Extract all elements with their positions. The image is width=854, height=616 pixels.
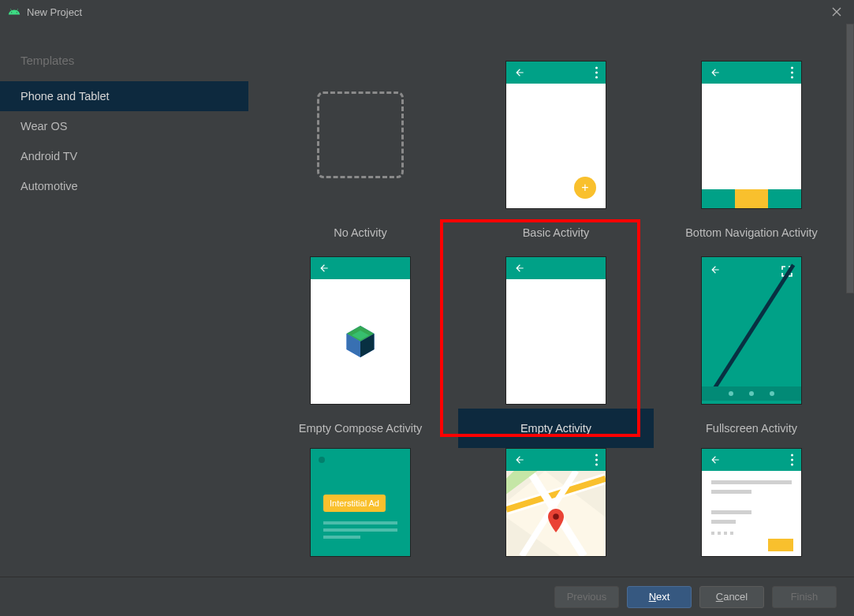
- dialog-body: Templates Phone and Tablet Wear OS Andro…: [0, 24, 854, 577]
- template-interstitial-ad[interactable]: Interstitial Ad: [263, 448, 458, 557]
- sidebar-item-label: Automotive: [21, 180, 78, 192]
- bottom-nav-bar: [702, 189, 801, 208]
- diagonal-line: [702, 257, 801, 404]
- template-scrolling-activity[interactable]: [654, 448, 846, 557]
- template-label: No Activity: [334, 226, 387, 239]
- template-label: Empty Compose Activity: [299, 422, 422, 435]
- jetpack-compose-icon: [341, 322, 380, 361]
- template-thumbnail: +: [458, 57, 654, 213]
- sidebar-item-label: Phone and Tablet: [21, 90, 110, 103]
- sidebar-item-wear-os[interactable]: Wear OS: [0, 111, 248, 141]
- template-thumbnail: [263, 57, 458, 213]
- back-arrow-icon: [514, 263, 525, 274]
- template-empty-activity[interactable]: Empty Activity: [458, 252, 654, 448]
- sidebar-item-android-tv[interactable]: Android TV: [0, 141, 248, 171]
- close-icon: [832, 7, 841, 17]
- back-arrow-icon: [319, 263, 330, 274]
- template-scroll-area[interactable]: No Activity +: [248, 24, 846, 577]
- template-empty-compose[interactable]: Empty Compose Activity: [263, 252, 458, 448]
- template-thumbnail: [458, 252, 654, 409]
- template-label: Fullscreen Activity: [706, 422, 797, 435]
- overflow-menu-icon: [791, 67, 793, 79]
- template-label: Basic Activity: [523, 226, 590, 239]
- map-preview: [506, 471, 606, 556]
- overflow-menu-icon: [791, 454, 793, 466]
- empty-box-icon: [317, 91, 404, 178]
- sidebar-item-automotive[interactable]: Automotive: [0, 171, 248, 201]
- template-gallery: No Activity +: [248, 24, 854, 577]
- new-project-dialog: New Project Templates Phone and Tablet W…: [0, 0, 854, 616]
- window-title: New Project: [27, 6, 827, 18]
- back-arrow-icon: [710, 454, 721, 465]
- template-fullscreen-activity[interactable]: Fullscreen Activity: [654, 252, 846, 448]
- template-thumbnail: Interstitial Ad: [263, 448, 458, 557]
- titlebar: New Project: [0, 0, 854, 24]
- map-pin-icon: [547, 509, 565, 532]
- template-thumbnail: [654, 252, 846, 409]
- template-thumbnail: [458, 448, 654, 557]
- overflow-menu-icon: [595, 67, 598, 79]
- vertical-scrollbar[interactable]: [846, 24, 854, 293]
- template-basic-activity[interactable]: + Basic Activity: [458, 57, 654, 252]
- ad-chip: Interstitial Ad: [323, 495, 386, 512]
- template-no-activity[interactable]: No Activity: [263, 57, 458, 252]
- close-button[interactable]: [827, 2, 846, 21]
- cancel-button[interactable]: Cancel: [699, 586, 764, 608]
- template-google-maps[interactable]: [458, 448, 654, 557]
- dialog-footer: Previous Next Cancel Finish: [0, 577, 854, 616]
- back-arrow-icon: [710, 67, 721, 78]
- fab-icon: +: [574, 177, 596, 199]
- sidebar-item-label: Wear OS: [21, 120, 67, 133]
- svg-point-9: [553, 513, 559, 520]
- sidebar-item-label: Android TV: [21, 150, 77, 162]
- template-grid: No Activity +: [248, 24, 846, 557]
- back-arrow-icon: [514, 454, 525, 465]
- template-bottom-navigation[interactable]: Bottom Navigation Activity: [654, 57, 846, 252]
- overflow-menu-icon: [595, 454, 598, 466]
- sidebar: Templates Phone and Tablet Wear OS Andro…: [0, 24, 248, 577]
- svg-line-5: [710, 265, 793, 396]
- sidebar-item-phone-tablet[interactable]: Phone and Tablet: [0, 81, 248, 111]
- previous-button[interactable]: Previous: [554, 586, 619, 608]
- android-icon: [8, 6, 21, 18]
- next-button[interactable]: Next: [627, 586, 692, 608]
- finish-button[interactable]: Finish: [772, 586, 837, 608]
- template-label: Empty Activity: [520, 422, 591, 435]
- back-arrow-icon: [514, 67, 525, 78]
- sidebar-header: Templates: [0, 47, 248, 81]
- template-thumbnail: [654, 448, 846, 557]
- nav-bar: [702, 386, 801, 401]
- template-label: Bottom Navigation Activity: [685, 226, 818, 239]
- template-thumbnail: [654, 57, 846, 213]
- template-thumbnail: [263, 252, 458, 409]
